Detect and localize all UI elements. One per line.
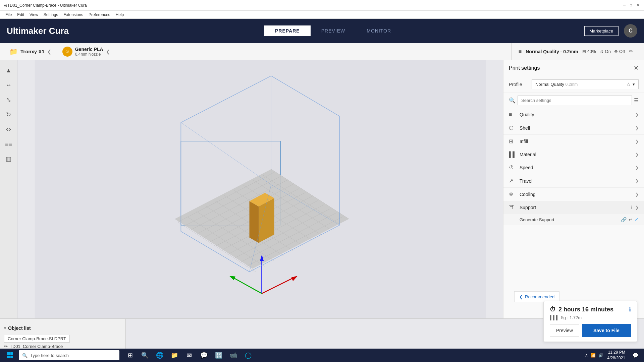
support-value: On bbox=[605, 49, 611, 54]
settings-material[interactable]: ▌▌ Material ❯ bbox=[503, 148, 644, 161]
material-name[interactable]: Generic PLA bbox=[75, 47, 103, 52]
tool-open[interactable]: ▲ bbox=[2, 64, 15, 77]
generate-support-link-icon[interactable]: 🔗 bbox=[621, 217, 627, 222]
cooling-label: Cooling bbox=[520, 192, 535, 197]
tool-rotate[interactable]: ↻ bbox=[2, 108, 15, 121]
generate-support-label: Generate Support bbox=[520, 217, 554, 222]
travel-chevron-icon: ❯ bbox=[635, 179, 639, 183]
taskbar-calc-icon[interactable]: 🔢 bbox=[212, 349, 225, 361]
tab-monitor[interactable]: MONITOR bbox=[356, 25, 402, 36]
menu-view[interactable]: View bbox=[27, 12, 41, 18]
settings-infill[interactable]: ⊞ Infill ❯ bbox=[503, 135, 644, 148]
filter-icon[interactable]: ☰ bbox=[634, 97, 639, 104]
tool-mirror[interactable]: ⇔ bbox=[2, 123, 15, 136]
taskbar-search[interactable]: 🔍 Type here to search bbox=[19, 350, 119, 360]
save-to-file-button[interactable]: Save to File bbox=[582, 324, 631, 337]
menu-help[interactable]: Help bbox=[113, 12, 127, 18]
object-list-item: ✏ TD01_Corner Clamp-Brace bbox=[4, 344, 121, 349]
tool-support-blocker[interactable]: ▥ bbox=[2, 152, 15, 166]
object-name: TD01_Corner Clamp-Brace bbox=[10, 344, 63, 349]
title-bar: 🖨 TD01_Corner Clamp-Brace - Ultimaker Cu… bbox=[0, 0, 644, 11]
cooling-icon: ❄ bbox=[509, 191, 516, 197]
menu-edit[interactable]: Edit bbox=[14, 12, 27, 18]
taskbar: 🔍 Type here to search ⊞ 🔍 🌐 📁 ✉ 💬 🔢 📹 ◯ … bbox=[0, 349, 644, 362]
marketplace-button[interactable]: Marketplace bbox=[584, 26, 619, 36]
user-avatar[interactable]: C bbox=[624, 24, 637, 38]
settings-travel[interactable]: ↗ Travel ❯ bbox=[503, 174, 644, 188]
svg-rect-45 bbox=[7, 352, 10, 355]
content-area: ▲ ↔ ⤡ ↻ ⇔ ≡≡ ▥ bbox=[0, 60, 644, 362]
travel-icon: ↗ bbox=[509, 178, 516, 184]
taskbar-edge-icon[interactable]: 🌐 bbox=[153, 349, 166, 361]
taskbar-network-icon[interactable]: 📶 bbox=[591, 353, 596, 358]
menu-settings[interactable]: Settings bbox=[41, 12, 61, 18]
support-info-icon[interactable]: ℹ bbox=[631, 205, 633, 210]
settings-cooling[interactable]: ❄ Cooling ❯ bbox=[503, 188, 644, 201]
generate-support-check-icon[interactable]: ✓ bbox=[635, 217, 639, 222]
tab-preview[interactable]: PREVIEW bbox=[311, 25, 356, 36]
search-input[interactable] bbox=[518, 96, 632, 105]
quality-edit-icon[interactable]: ✏ bbox=[629, 48, 633, 55]
material-chevron-icon: ❯ bbox=[635, 152, 639, 157]
tool-per-model[interactable]: ≡≡ bbox=[2, 137, 15, 151]
printer-name[interactable]: Tronxy X1 bbox=[20, 49, 45, 54]
svg-rect-48 bbox=[10, 356, 13, 358]
taskbar-volume-icon[interactable]: 🔊 bbox=[598, 353, 603, 358]
printer-chevron[interactable]: ❮ bbox=[47, 49, 51, 54]
taskbar-zoom-icon[interactable]: 📹 bbox=[227, 349, 240, 361]
object-list-collapse-icon[interactable]: ▾ bbox=[4, 326, 6, 330]
taskbar-files-icon[interactable]: 📁 bbox=[168, 349, 181, 361]
print-info-icon[interactable]: ℹ bbox=[629, 306, 631, 313]
taskbar-notification-icon[interactable]: 💬 bbox=[629, 349, 641, 361]
preview-button[interactable]: Preview bbox=[550, 324, 579, 337]
title-icon: 🖨 bbox=[3, 3, 7, 8]
taskbar-icons: ⊞ 🔍 🌐 📁 ✉ 💬 🔢 📹 ◯ bbox=[123, 349, 255, 361]
settings-shell[interactable]: ⬡ Shell ❯ bbox=[503, 121, 644, 135]
profile-row: Profile Normal Quality 0.2mm ☆ ▾ bbox=[503, 76, 644, 93]
menu-file[interactable]: File bbox=[3, 12, 14, 18]
close-button[interactable]: ✕ bbox=[637, 3, 641, 7]
profile-star-icon[interactable]: ☆ bbox=[627, 82, 631, 87]
taskbar-view-icon[interactable]: ⊞ bbox=[123, 349, 137, 361]
settings-quality[interactable]: ≡ Quality ❯ bbox=[503, 108, 644, 121]
menu-preferences[interactable]: Preferences bbox=[86, 12, 113, 18]
taskbar-up-arrow[interactable]: ∧ bbox=[585, 353, 588, 358]
folder-icon[interactable]: 📁 bbox=[9, 48, 18, 56]
tab-prepare[interactable]: PREPARE bbox=[264, 25, 311, 36]
search-row: 🔍 ☰ bbox=[503, 93, 644, 108]
window-title: TD01_Corner Clamp-Brace - Ultimaker Cura bbox=[7, 3, 87, 8]
menu-extensions[interactable]: Extensions bbox=[61, 12, 86, 18]
taskbar-mail-icon[interactable]: ✉ bbox=[182, 349, 196, 361]
shell-label: Shell bbox=[520, 125, 530, 131]
profile-chevron-icon[interactable]: ▾ bbox=[633, 82, 635, 87]
viewport[interactable] bbox=[17, 60, 503, 318]
print-time-panel: ⏱ 2 hours 16 minutes ℹ ▌▌▌ 5g · 1.72m Pr… bbox=[543, 301, 637, 342]
taskbar-browser-icon[interactable]: ◯ bbox=[241, 349, 255, 361]
material-chevron[interactable]: ❮ bbox=[106, 49, 110, 54]
panel-close-button[interactable]: ✕ bbox=[634, 64, 639, 72]
taskbar-discord-icon[interactable]: 💬 bbox=[197, 349, 211, 361]
taskbar-search-taskbar-icon[interactable]: 🔍 bbox=[138, 349, 152, 361]
quality-chevron-icon: ❯ bbox=[635, 112, 639, 117]
quality-label: Quality bbox=[520, 112, 534, 117]
tool-scale[interactable]: ⤡ bbox=[2, 93, 15, 107]
speed-label: Speed bbox=[520, 165, 533, 170]
object-file-tag: Corner Clamp-Brace.SLDPRT bbox=[4, 335, 121, 343]
settings-support[interactable]: ⛩ Support ℹ ❯ bbox=[503, 201, 644, 214]
quality-section: ≡ Normal Quality - 0.2mm ⊞ 40% 🖨 On ⊕ Of… bbox=[512, 43, 640, 60]
quality-adhesion: ⊕ Off bbox=[614, 49, 625, 54]
start-button[interactable] bbox=[3, 349, 17, 361]
generate-support-reset-icon[interactable]: ↩ bbox=[629, 217, 633, 222]
maximize-button[interactable]: □ bbox=[630, 3, 634, 7]
tool-move[interactable]: ↔ bbox=[2, 78, 15, 92]
minimize-button[interactable]: ─ bbox=[623, 3, 627, 7]
profile-select[interactable]: Normal Quality 0.2mm ☆ ▾ bbox=[532, 79, 639, 89]
travel-label: Travel bbox=[520, 178, 532, 184]
support-chevron-icon: ❯ bbox=[635, 205, 639, 210]
taskbar-clock[interactable]: 11:29 PM 4/28/2021 bbox=[607, 350, 625, 361]
support-icon: 🖨 bbox=[599, 49, 604, 54]
quality-name[interactable]: Normal Quality - 0.2mm bbox=[526, 49, 578, 54]
settings-list: ≡ Quality ❯ ⬡ Shell ❯ ⊞ bbox=[503, 108, 644, 285]
print-time-header: ⏱ 2 hours 16 minutes ℹ bbox=[550, 306, 631, 313]
settings-speed[interactable]: ⏱ Speed ❯ bbox=[503, 161, 644, 174]
